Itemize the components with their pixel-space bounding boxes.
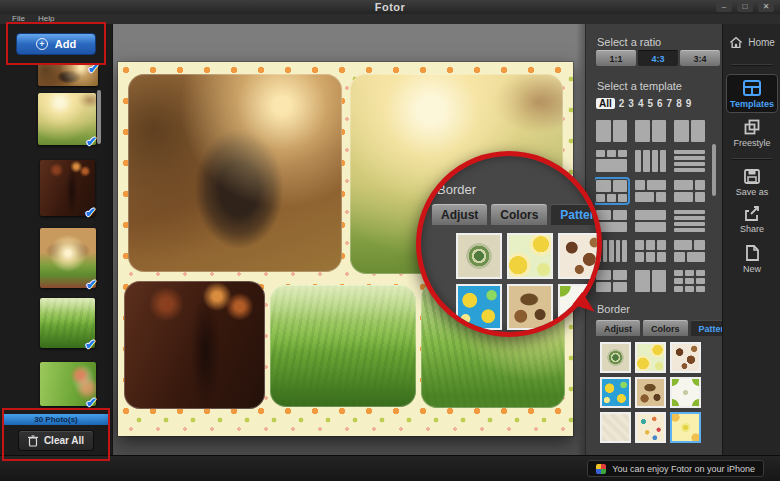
template-cell xyxy=(613,282,628,292)
template-cell xyxy=(674,210,705,214)
template-thumbnail-4h[interactable] xyxy=(673,209,706,233)
photo-thumbnail-heart-hands[interactable]: ✔ xyxy=(40,228,96,288)
collage-photo-grass[interactable] xyxy=(270,285,416,407)
close-button[interactable]: ✕ xyxy=(758,1,774,12)
template-cell xyxy=(618,150,627,157)
tab-colors[interactable]: Colors xyxy=(643,320,688,336)
template-cell xyxy=(674,156,705,160)
template-thumbnail-3x2[interactable] xyxy=(634,239,667,263)
pattern-swatch-lemon[interactable] xyxy=(635,342,666,373)
magnifier-border-tabs: Adjust Colors Patterns xyxy=(432,204,602,225)
filter-7[interactable]: 7 xyxy=(667,98,673,109)
template-row xyxy=(635,222,666,232)
nav-item-home[interactable]: Home xyxy=(723,36,780,49)
filter-3[interactable]: 3 xyxy=(628,98,634,109)
photo-thumbnail-couple[interactable]: ✔ xyxy=(38,64,98,86)
template-thumbnail-lmix[interactable] xyxy=(634,179,667,203)
pattern-swatch-bread-tan[interactable] xyxy=(635,377,666,408)
pattern-swatch-blue-stars[interactable] xyxy=(600,377,631,408)
iphone-promo[interactable]: You can enjoy Fotor on your iPhone xyxy=(587,460,764,477)
clear-all-button[interactable]: Clear All xyxy=(18,430,94,451)
filter-9[interactable]: 9 xyxy=(686,98,692,109)
template-thumbnail-2t3b[interactable] xyxy=(595,179,628,203)
template-cell xyxy=(652,120,667,142)
save-icon xyxy=(743,168,761,185)
pattern-swatch-multi-dots[interactable] xyxy=(635,412,666,443)
template-cell xyxy=(613,120,628,142)
ratio-4-3-button[interactable]: 4:3 xyxy=(638,50,678,66)
filter-4[interactable]: 4 xyxy=(638,98,644,109)
maximize-button[interactable]: □ xyxy=(737,1,753,12)
filter-2[interactable]: 2 xyxy=(619,98,625,109)
template-thumbnail-4v[interactable] xyxy=(634,149,667,173)
template-thumbnail-4h[interactable] xyxy=(673,149,706,173)
template-cell xyxy=(635,180,645,190)
template-row xyxy=(674,286,705,292)
template-thumbnail-mixsq[interactable] xyxy=(673,239,706,263)
pattern-swatch-green-kaleidoscope[interactable] xyxy=(600,342,631,373)
photo-thumbnail-hand-grass[interactable]: ✔ xyxy=(38,93,96,145)
collage-photo-bicycle[interactable] xyxy=(124,281,265,409)
pattern-swatch-blue-stars xyxy=(456,284,502,330)
nav-item-save-as[interactable]: Save as xyxy=(723,168,780,197)
template-thumbnail-2h[interactable] xyxy=(634,119,667,143)
photo-thumbnail-bicycle[interactable]: ✔ xyxy=(40,160,95,216)
ratio-section-title: Select a ratio xyxy=(597,36,661,48)
template-row xyxy=(674,210,705,214)
template-cell xyxy=(609,240,614,262)
template-row xyxy=(596,282,627,292)
menu-file[interactable]: File xyxy=(12,14,25,23)
filter-all[interactable]: All xyxy=(596,98,615,109)
tab-adjust[interactable]: Adjust xyxy=(596,320,640,336)
ratio-1-1-button[interactable]: 1:1 xyxy=(596,50,636,66)
template-thumbnail-2h[interactable] xyxy=(634,269,667,293)
check-icon: ✔ xyxy=(85,205,96,220)
pattern-swatch-leaf-corners[interactable] xyxy=(670,377,701,408)
pattern-swatch-cream-damask[interactable] xyxy=(600,412,631,443)
pattern-swatch-brown-floral[interactable] xyxy=(670,342,701,373)
menu-help[interactable]: Help xyxy=(38,14,54,23)
photo-thumbnail-hand-flowers[interactable]: ✔ xyxy=(40,362,96,406)
template-cell xyxy=(607,194,616,202)
template-cell xyxy=(607,150,616,157)
template-grid-scrollbar[interactable] xyxy=(712,144,716,196)
template-cell xyxy=(647,180,666,190)
template-cell xyxy=(674,270,683,276)
add-photos-button[interactable]: + Add xyxy=(16,33,96,55)
status-bar: You can enjoy Fotor on your iPhone xyxy=(0,455,780,481)
template-cell xyxy=(657,240,666,250)
nav-item-new[interactable]: New xyxy=(723,244,780,274)
nav-item-freestyle[interactable]: Freestyle xyxy=(723,118,780,148)
template-thumbnail-1l2r[interactable] xyxy=(673,179,706,203)
template-cell xyxy=(674,286,683,292)
ratio-options: 1:1 4:3 3:4 xyxy=(596,50,720,66)
template-thumbnail-3x3[interactable] xyxy=(673,269,706,293)
photo-thumbnail-grass[interactable]: ✔ xyxy=(40,298,95,348)
filter-8[interactable]: 8 xyxy=(676,98,682,109)
photo-tray-scrollbar[interactable] xyxy=(97,90,101,144)
template-row xyxy=(635,270,666,292)
template-cell xyxy=(674,168,705,172)
pattern-swatch-yellow-flower[interactable] xyxy=(670,412,701,443)
template-thumbnail-2h[interactable] xyxy=(595,119,628,143)
nav-divider xyxy=(731,158,773,159)
template-cell xyxy=(596,194,605,202)
collage-photo-couple[interactable] xyxy=(128,74,342,272)
template-thumbnail-3t1b[interactable] xyxy=(595,149,628,173)
template-cell xyxy=(635,120,650,142)
template-cell xyxy=(674,252,685,262)
template-thumbnail-2v[interactable] xyxy=(634,209,667,233)
template-cell xyxy=(596,270,611,280)
template-cell xyxy=(674,162,705,166)
template-filters: All 2 3 4 5 6 7 8 9 xyxy=(596,98,722,109)
minimize-button[interactable]: – xyxy=(716,1,732,12)
filter-5[interactable]: 5 xyxy=(647,98,653,109)
nav-item-templates[interactable]: Templates xyxy=(726,74,778,113)
template-cell xyxy=(613,270,628,280)
ratio-3-4-button[interactable]: 3:4 xyxy=(680,50,720,66)
template-cell xyxy=(657,252,666,262)
template-thumbnail-2x2[interactable] xyxy=(595,269,628,293)
nav-item-share[interactable]: Share xyxy=(723,205,780,234)
filter-6[interactable]: 6 xyxy=(657,98,663,109)
template-thumbnail-2h[interactable] xyxy=(673,119,706,143)
